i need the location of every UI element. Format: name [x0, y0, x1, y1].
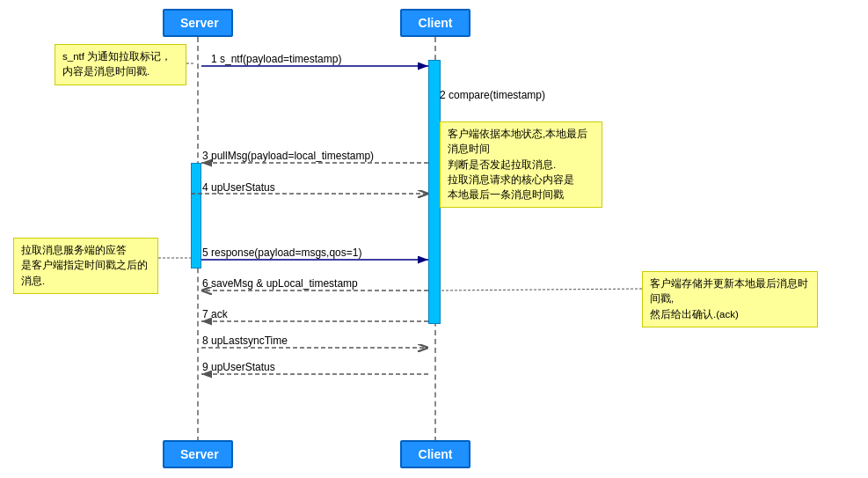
msg-label-m8: 8 upLastsyncTime [202, 335, 288, 347]
msg-label-m4: 4 upUserStatus [202, 181, 275, 194]
msg-label-m3: 3 pullMsg(payload=local_timestamp) [202, 150, 374, 162]
note-s-ntf: s_ntf 为通知拉取标记，内容是消息时间戳. [55, 44, 186, 85]
client-lifeline-top: Client [400, 9, 470, 37]
client-lifeline-bottom: Client [400, 440, 470, 468]
msg-label-m5: 5 response(payload=msgs,qos=1) [202, 246, 361, 259]
msg-label-m7: 7 ack [202, 308, 228, 320]
note-savemsg: 客户端存储并更新本地最后消息时间戳,然后给出确认.(ack) [642, 271, 818, 327]
client-activation-box [428, 60, 441, 324]
svg-line-4 [441, 289, 642, 290]
note-compare: 客户端依据本地状态,本地最后消息时间判断是否发起拉取消息.拉取消息请求的核心内容… [440, 121, 602, 208]
note-response: 拉取消息服务端的应答是客户端指定时间戳之后的消息. [13, 238, 158, 294]
server-lifeline-bottom: Server [163, 440, 233, 468]
msg-label-m1: 1 s_ntf(payload=timestamp) [211, 53, 341, 65]
label-m2: 2 compare(timestamp) [440, 89, 545, 101]
server-activation-box [191, 163, 201, 268]
server-lifeline-top: Server [163, 9, 233, 37]
sequence-diagram: Server Client s_ntf 为通知拉取标记，内容是消息时间戳. 客户… [0, 0, 868, 478]
msg-label-m9: 9 upUserStatus [202, 361, 275, 373]
msg-label-m6: 6 saveMsg & upLocal_timestamp [202, 277, 358, 290]
